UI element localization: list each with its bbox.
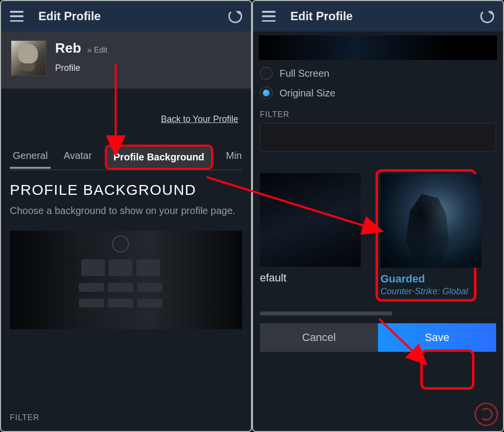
filter-input[interactable] bbox=[260, 123, 496, 152]
tab-profile-background[interactable]: Profile Background bbox=[105, 145, 213, 170]
preview-thumb-row bbox=[259, 35, 497, 60]
radio-label: Full Screen bbox=[280, 68, 329, 79]
profile-summary: Reb » Edit Profile bbox=[1, 31, 251, 89]
radio-full-screen[interactable]: Full Screen bbox=[260, 67, 496, 80]
cancel-button[interactable]: Cancel bbox=[260, 323, 378, 352]
screenshot-left: Edit Profile Reb » Edit Profile Back to … bbox=[0, 0, 252, 432]
horizontal-scrollbar[interactable] bbox=[260, 311, 496, 315]
filter-label: FILTER bbox=[260, 110, 496, 119]
background-preview-strip[interactable] bbox=[10, 231, 242, 329]
watermark-logo-icon bbox=[474, 402, 498, 426]
tab-avatar[interactable]: Avatar bbox=[61, 146, 94, 167]
background-title: efault bbox=[260, 272, 361, 284]
app-header: Edit Profile bbox=[1, 1, 251, 31]
section-heading: PROFILE BACKGROUND bbox=[10, 182, 242, 198]
breadcrumb-current: Profile bbox=[55, 63, 107, 73]
radio-label: Original Size bbox=[280, 88, 335, 99]
screenshot-right: Edit Profile Full Screen Original Size F… bbox=[252, 0, 504, 432]
background-default[interactable]: efault bbox=[260, 173, 361, 302]
back-to-profile-link[interactable]: Back to Your Profile bbox=[10, 114, 238, 124]
refresh-icon[interactable] bbox=[228, 9, 242, 23]
annotation-save-highlight bbox=[420, 349, 474, 390]
background-thumb bbox=[380, 174, 481, 268]
background-thumb bbox=[260, 173, 361, 267]
avatar[interactable] bbox=[11, 40, 46, 76]
radio-original-size[interactable]: Original Size bbox=[260, 87, 496, 99]
hamburger-icon[interactable] bbox=[262, 11, 276, 22]
tab-strip: General Avatar Profile Background Min bbox=[10, 144, 242, 171]
button-row: Cancel Save bbox=[260, 323, 496, 352]
profile-name: Reb bbox=[55, 40, 81, 56]
background-game: Counter-Strike: Global bbox=[380, 286, 472, 297]
app-header: Edit Profile bbox=[253, 1, 503, 31]
page-title: Edit Profile bbox=[38, 9, 101, 23]
background-grid: efault Guarded Counter-Strike: Global bbox=[260, 173, 496, 302]
tab-general[interactable]: General bbox=[10, 146, 51, 167]
radio-icon bbox=[260, 87, 273, 99]
page-title: Edit Profile bbox=[290, 9, 353, 23]
background-guarded[interactable]: Guarded Counter-Strike: Global bbox=[376, 169, 476, 302]
background-title: Guarded bbox=[380, 273, 472, 285]
refresh-icon[interactable] bbox=[480, 9, 494, 23]
tab-mini-profile[interactable]: Min bbox=[223, 146, 245, 167]
hamburger-icon[interactable] bbox=[10, 11, 24, 22]
breadcrumb-sep: » Edit bbox=[87, 46, 107, 54]
filter-label: FILTER bbox=[10, 413, 39, 422]
save-button[interactable]: Save bbox=[378, 323, 496, 352]
radio-icon bbox=[260, 67, 273, 80]
section-description: Choose a background to show on your prof… bbox=[10, 203, 242, 218]
